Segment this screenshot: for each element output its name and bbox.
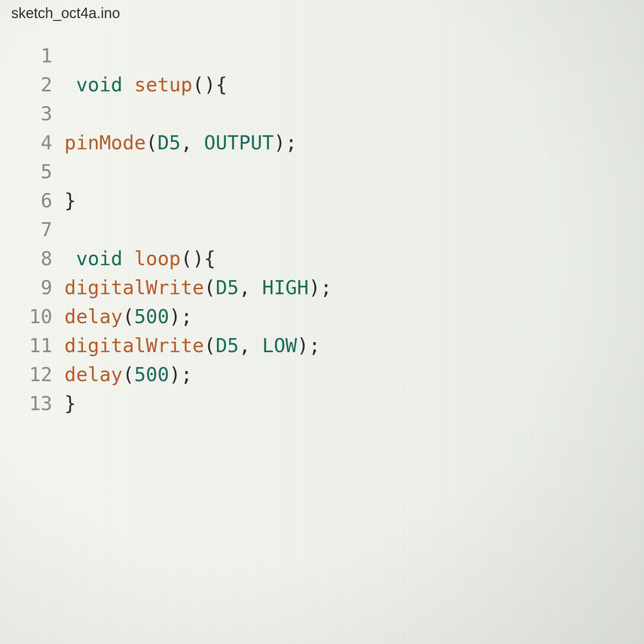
line-number: 1	[0, 41, 64, 70]
code-line[interactable]	[64, 215, 644, 244]
token: loop	[134, 244, 181, 273]
token: }	[64, 389, 76, 418]
token: OUTPUT	[204, 128, 274, 157]
token: 500	[134, 302, 169, 331]
token: (){	[181, 244, 216, 273]
line-number: 11	[0, 331, 64, 360]
code-area[interactable]: void setup(){pinMode(D5, OUTPUT);} void …	[64, 25, 644, 418]
token: (	[123, 302, 134, 331]
line-number: 5	[0, 157, 64, 186]
token: (	[204, 273, 216, 302]
code-editor[interactable]: 12345678910111213 void setup(){pinMode(D…	[0, 25, 644, 418]
code-line[interactable]: void setup(){	[64, 70, 644, 99]
token: 500	[134, 360, 169, 389]
token: );	[169, 302, 192, 331]
code-line[interactable]: delay(500);	[64, 302, 644, 331]
editor-screen: sketch_oct4a.ino 12345678910111213 void …	[0, 0, 644, 644]
tab-bar: sketch_oct4a.ino	[0, 0, 644, 25]
token	[123, 70, 134, 99]
code-line[interactable]: delay(500);	[64, 360, 644, 389]
token	[123, 244, 134, 273]
token: pinMode	[64, 128, 146, 157]
token: ,	[239, 273, 262, 302]
token: digitalWrite	[64, 331, 204, 360]
line-number: 3	[0, 99, 64, 128]
token	[64, 244, 76, 273]
code-line[interactable]: digitalWrite(D5, LOW);	[64, 331, 644, 360]
line-number: 13	[0, 389, 64, 418]
token: LOW	[262, 331, 297, 360]
token	[64, 70, 76, 99]
token: );	[309, 273, 332, 302]
token: void	[76, 70, 123, 99]
line-number: 10	[0, 302, 64, 331]
line-number: 2	[0, 70, 64, 99]
token: (){	[192, 70, 227, 99]
code-line[interactable]: }	[64, 186, 644, 215]
code-line[interactable]	[64, 157, 644, 186]
code-line[interactable]: void loop(){	[64, 244, 644, 273]
code-line[interactable]: pinMode(D5, OUTPUT);	[64, 128, 644, 157]
token: delay	[64, 302, 123, 331]
token: digitalWrite	[64, 273, 204, 302]
token: }	[64, 186, 76, 215]
token: setup	[134, 70, 192, 99]
line-number: 6	[0, 186, 64, 215]
token: ,	[181, 128, 204, 157]
line-number: 12	[0, 360, 64, 389]
token: );	[169, 360, 192, 389]
token: D5	[216, 331, 239, 360]
code-line[interactable]	[64, 99, 644, 128]
token: (	[146, 128, 157, 157]
token: (	[123, 360, 134, 389]
token: D5	[216, 273, 239, 302]
code-line[interactable]	[64, 41, 644, 70]
line-number: 4	[0, 128, 64, 157]
file-tab[interactable]: sketch_oct4a.ino	[8, 3, 123, 23]
token: );	[297, 331, 320, 360]
token: );	[274, 128, 297, 157]
token: (	[204, 331, 216, 360]
token: HIGH	[262, 273, 309, 302]
token: ,	[239, 331, 262, 360]
token: D5	[157, 128, 181, 157]
token: void	[76, 244, 123, 273]
code-line[interactable]: digitalWrite(D5, HIGH);	[64, 273, 644, 302]
line-number-gutter: 12345678910111213	[0, 25, 64, 418]
line-number: 8	[0, 244, 64, 273]
line-number: 9	[0, 273, 64, 302]
line-number: 7	[0, 215, 64, 244]
token: delay	[64, 360, 123, 389]
code-line[interactable]: }	[64, 389, 644, 418]
